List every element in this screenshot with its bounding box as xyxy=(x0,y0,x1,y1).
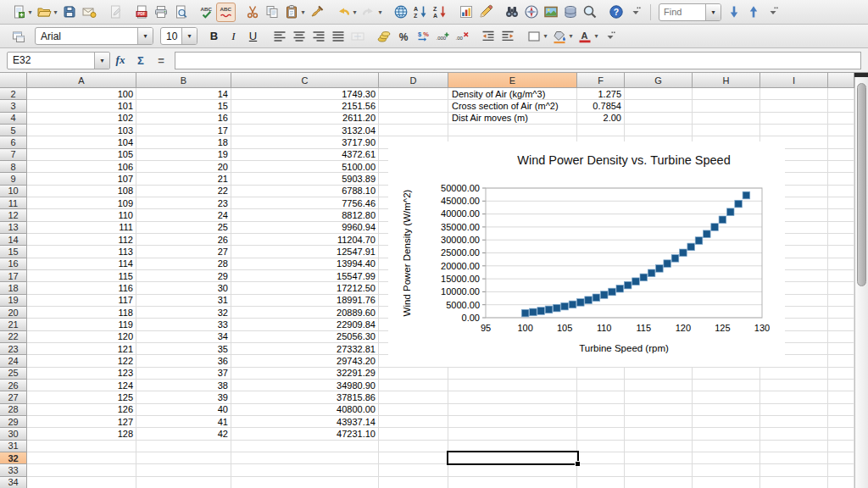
cell-C18[interactable]: 17212.50 xyxy=(231,282,379,294)
cell-pad-28[interactable] xyxy=(828,404,854,416)
cell-D34[interactable] xyxy=(379,477,448,488)
cell-E28[interactable] xyxy=(448,404,577,416)
align-left-button[interactable] xyxy=(270,26,289,46)
cell-pad-17[interactable] xyxy=(828,270,854,282)
cell-B3[interactable]: 15 xyxy=(136,100,231,112)
cell-pad-21[interactable] xyxy=(828,319,854,330)
cell-A14[interactable]: 112 xyxy=(27,234,136,246)
cell-G28[interactable] xyxy=(625,404,693,416)
row-header-26[interactable]: 26 xyxy=(0,380,27,391)
cell-I33[interactable] xyxy=(760,464,828,476)
cell-C14[interactable]: 11204.70 xyxy=(231,234,379,246)
cell-pad-13[interactable] xyxy=(828,222,854,234)
toolbar-overflow-button[interactable] xyxy=(600,26,620,46)
row-header-19[interactable]: 19 xyxy=(0,295,27,307)
cell-H4[interactable] xyxy=(693,113,760,125)
undo-dropdown-icon[interactable]: ▾ xyxy=(351,8,359,16)
row-header-13[interactable]: 13 xyxy=(0,222,27,234)
cell-pad-14[interactable] xyxy=(828,234,854,246)
selection-fill-handle[interactable] xyxy=(575,461,580,466)
cell-I26[interactable] xyxy=(760,380,828,391)
cut-button[interactable] xyxy=(242,3,262,22)
cell-pad-12[interactable] xyxy=(828,209,854,221)
row-header-22[interactable]: 22 xyxy=(0,331,27,343)
cell-F26[interactable] xyxy=(577,380,625,391)
cell-B29[interactable]: 41 xyxy=(136,416,231,428)
cell-B13[interactable]: 25 xyxy=(136,222,231,234)
cell-C15[interactable]: 12547.91 xyxy=(231,246,379,258)
cell-C11[interactable]: 7756.46 xyxy=(231,197,379,209)
cell-G30[interactable] xyxy=(625,428,693,440)
cell-A19[interactable]: 117 xyxy=(27,295,136,307)
decrease-indent-button[interactable] xyxy=(478,26,498,46)
cell-F3[interactable]: 0.7854 xyxy=(577,100,625,112)
cell-F34[interactable] xyxy=(577,477,625,488)
font-name-combo[interactable]: Arial ▾ xyxy=(35,27,153,45)
cell-I34[interactable] xyxy=(760,477,828,488)
cell-A5[interactable]: 103 xyxy=(27,125,136,136)
toolbar-overflow-button[interactable] xyxy=(626,3,645,22)
cell-C32[interactable] xyxy=(231,452,379,464)
cell-A12[interactable]: 110 xyxy=(27,209,136,221)
scrollbar-thumb[interactable] xyxy=(857,83,866,286)
save-button[interactable] xyxy=(59,3,79,22)
cell-I5[interactable] xyxy=(760,125,828,136)
cell-G31[interactable] xyxy=(625,441,693,452)
cell-I30[interactable] xyxy=(760,428,828,440)
cell-I32[interactable] xyxy=(760,452,828,464)
cell-C22[interactable]: 25056.30 xyxy=(231,331,379,343)
cell-pad-6[interactable] xyxy=(828,136,854,148)
cell-C29[interactable]: 43937.14 xyxy=(231,416,379,428)
help-button[interactable]: ? xyxy=(606,3,626,22)
cell-C20[interactable]: 20889.60 xyxy=(231,307,379,319)
cell-pad-8[interactable] xyxy=(828,161,854,173)
cell-B26[interactable]: 38 xyxy=(136,380,231,391)
cell-F5[interactable] xyxy=(577,125,625,136)
cell-G5[interactable] xyxy=(625,125,693,136)
cell-F2[interactable]: 1.275 xyxy=(577,88,625,100)
sort-descending-button[interactable]: ZA xyxy=(430,3,449,22)
email-document-button[interactable] xyxy=(79,3,98,22)
cell-B18[interactable]: 30 xyxy=(136,282,231,294)
cell-A22[interactable]: 120 xyxy=(27,331,136,343)
row-header-15[interactable]: 15 xyxy=(0,246,27,258)
cell-F4[interactable]: 2.00 xyxy=(577,113,625,125)
column-header-I[interactable]: I xyxy=(760,73,828,88)
cell-E5[interactable] xyxy=(448,125,577,136)
cell-B7[interactable]: 19 xyxy=(136,149,231,161)
cell-D32[interactable] xyxy=(379,452,448,464)
data-sources-button[interactable] xyxy=(560,3,580,22)
cell-C25[interactable]: 32291.29 xyxy=(231,368,379,380)
cell-C5[interactable]: 3132.04 xyxy=(231,125,379,136)
cell-A9[interactable]: 107 xyxy=(27,173,136,185)
delete-decimal-button[interactable]: .00 xyxy=(452,26,471,46)
column-header-B[interactable]: B xyxy=(136,73,231,88)
cell-D25[interactable] xyxy=(379,368,448,380)
background-color-dropdown-icon[interactable]: ▾ xyxy=(567,32,575,40)
cell-D5[interactable] xyxy=(379,125,448,136)
cell-pad-2[interactable] xyxy=(828,88,854,100)
cell-B8[interactable]: 20 xyxy=(136,161,231,173)
sort-ascending-button[interactable]: AZ xyxy=(410,3,430,22)
cell-A16[interactable]: 114 xyxy=(27,258,136,270)
new-document-button[interactable] xyxy=(8,3,28,22)
cell-C23[interactable]: 27332.81 xyxy=(231,343,379,355)
cell-C6[interactable]: 3717.90 xyxy=(231,136,379,148)
cell-A11[interactable]: 109 xyxy=(27,197,136,209)
cell-H30[interactable] xyxy=(693,428,760,440)
cell-F28[interactable] xyxy=(577,404,625,416)
cell-E33[interactable] xyxy=(448,464,577,476)
cell-pad-3[interactable] xyxy=(828,100,854,112)
row-header-21[interactable]: 21 xyxy=(0,319,27,330)
row-header-16[interactable]: 16 xyxy=(0,258,27,270)
cell-E34[interactable] xyxy=(448,477,577,488)
cell-B4[interactable]: 16 xyxy=(136,113,231,125)
cell-A17[interactable]: 115 xyxy=(27,270,136,282)
column-header-C[interactable]: C xyxy=(231,73,379,88)
underline-button[interactable]: U xyxy=(243,26,263,46)
column-header-A[interactable]: A xyxy=(27,73,136,88)
font-color-dropdown-icon[interactable]: ▾ xyxy=(593,32,600,40)
cell-pad-10[interactable] xyxy=(828,186,854,197)
cell-H29[interactable] xyxy=(693,416,760,428)
cell-D33[interactable] xyxy=(379,464,448,476)
